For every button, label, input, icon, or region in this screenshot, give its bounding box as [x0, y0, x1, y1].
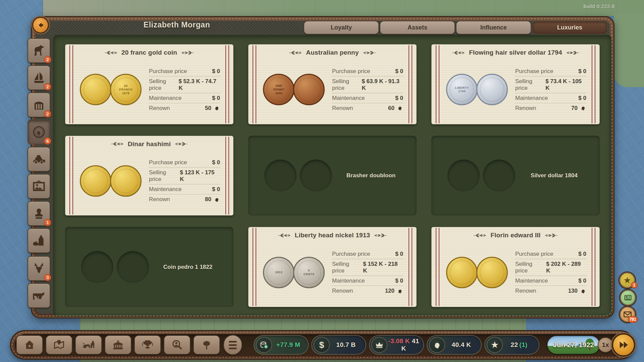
- leaf-ornament-icon: [277, 233, 291, 238]
- cigar-cabinet-icon: [32, 98, 46, 112]
- coin-card-20-franc[interactable]: 20 franc gold coin 20 FRANCS 1878 Purcha…: [65, 44, 233, 124]
- find-person-button[interactable]: [164, 335, 191, 355]
- empty-coin-slot: [117, 251, 149, 283]
- bank-house-icon: [23, 339, 36, 351]
- renown-pill[interactable]: 40.4 K: [427, 335, 482, 355]
- sidebar-item-paintings[interactable]: [28, 174, 50, 199]
- play-button[interactable]: [612, 333, 635, 357]
- tab-influence[interactable]: Influence: [456, 21, 531, 34]
- leaf-ornament-icon: [288, 50, 303, 55]
- renown-row: Renown50: [149, 103, 220, 113]
- empty-slot-brasher-doubloon[interactable]: Brasher doubloon: [248, 136, 417, 216]
- head-profile-icon: [429, 337, 445, 353]
- empty-coin-slot: [264, 160, 297, 192]
- leaf-ornament-icon: [566, 50, 580, 55]
- empty-slot-coin-pedro[interactable]: Coin pedro 1 1822: [65, 227, 233, 307]
- renown-row: Renown70: [515, 103, 586, 113]
- renown-row: Renown60: [332, 103, 403, 113]
- bust-icon: [32, 206, 46, 221]
- speed-button[interactable]: 1x: [598, 337, 613, 353]
- fast-forward-icon: [618, 339, 629, 351]
- sidebar-item-firearms[interactable]: [28, 283, 50, 308]
- coins-plus-icon: [256, 337, 272, 353]
- sidebar-badge: 2: [44, 83, 51, 90]
- coin-card-flowing-hair-dollar[interactable]: Flowing hair silver dollar 1794 LIBERTY …: [431, 44, 600, 124]
- selling-price-row: Selling price$ 123 K - 175 K: [149, 168, 220, 184]
- renown-head-icon: [397, 288, 403, 294]
- trophy-icon: [141, 339, 154, 351]
- coin-reverse: V CENTS: [293, 257, 325, 288]
- sidebar-badge: 3: [44, 274, 51, 281]
- money-flow-pill[interactable]: +77.9 M: [254, 335, 309, 355]
- influence-pill[interactable]: -3.08 K41 K: [369, 335, 424, 355]
- leaf-ornament-icon: [180, 50, 195, 55]
- map-button[interactable]: [46, 335, 72, 355]
- dollar-icon: $: [314, 337, 330, 353]
- slot-name: Silver dollar 1804: [515, 172, 593, 179]
- sidebar-item-liquor[interactable]: [28, 228, 50, 253]
- stars-pill[interactable]: ★ 22(1): [484, 335, 539, 355]
- painting-icon: [32, 179, 46, 194]
- bull-bear-icon: [82, 338, 95, 352]
- selling-price-row: Selling price$ 152 K - 218 K: [332, 259, 403, 276]
- map-land-east: [614, 13, 644, 87]
- tab-assets[interactable]: Assets: [380, 21, 455, 34]
- coin-card-liberty-head-nickel[interactable]: Liberty head nickel 1913 1913 V CENTS Pu…: [248, 227, 417, 307]
- slot-name: Brasher doubloon: [332, 172, 410, 179]
- renown-head-icon: [214, 105, 220, 111]
- date-text: Jun 27, 1922: [547, 336, 600, 354]
- sidebar-item-coins[interactable]: 6: [28, 120, 50, 144]
- sidebar-item-boats[interactable]: 2: [28, 65, 50, 90]
- tab-luxuries[interactable]: Luxuries: [532, 21, 607, 34]
- coin-obverse: [80, 165, 111, 197]
- empty-coin-slot: [300, 160, 332, 192]
- stock-market-button[interactable]: [75, 335, 102, 355]
- cash-pill[interactable]: $ 10.7 B: [311, 335, 366, 355]
- sidebar-item-cigar-cabinet[interactable]: 2: [28, 93, 50, 117]
- coin-card-florin-edward[interactable]: Florin edward III Purchase price$ 0 Sell…: [431, 227, 600, 307]
- landmarks-button[interactable]: [193, 335, 220, 355]
- maintenance-row: Maintenance$ 0: [149, 184, 220, 194]
- maintenance-row: Maintenance$ 0: [515, 93, 586, 103]
- character-window: Elizabeth Morgan Loyalty Assets Influenc…: [31, 16, 614, 318]
- leaf-ornament-icon: [473, 233, 487, 238]
- sidebar-item-hunting-trophies[interactable]: 3: [28, 256, 50, 281]
- goals-button[interactable]: ★ 1: [619, 272, 635, 288]
- empty-coin-slot: [81, 251, 113, 283]
- card-title: Flowing hair silver dollar 1794: [469, 49, 562, 56]
- star-icon: ★: [623, 275, 631, 286]
- achievements-button[interactable]: [134, 335, 161, 355]
- person-search-icon: [171, 339, 183, 351]
- leaf-ornament-icon: [373, 233, 387, 238]
- tab-bar: Loyalty Assets Influence Luxuries: [304, 21, 607, 34]
- sidebar-item-cars[interactable]: [28, 147, 50, 172]
- tab-loyalty[interactable]: Loyalty: [304, 21, 379, 34]
- coin-card-dinar-hashimi[interactable]: Dinar hashimi Purchase price$ 0 Selling …: [65, 136, 233, 216]
- coin-images: 1913 V CENTS: [260, 257, 327, 288]
- mail-button[interactable]: 781: [620, 306, 636, 322]
- card-title: Dinar hashimi: [128, 140, 171, 148]
- menu-button[interactable]: [223, 335, 242, 355]
- leaf-ornament-icon: [544, 233, 558, 238]
- purchase-price-row: Purchase price$ 0: [149, 66, 220, 76]
- sidebar-badge: 2: [44, 110, 51, 118]
- back-button[interactable]: [32, 17, 49, 34]
- government-button[interactable]: [105, 335, 131, 355]
- coin-images: [77, 165, 144, 197]
- newspaper-button[interactable]: [620, 290, 636, 306]
- card-title: 20 franc gold coin: [121, 49, 177, 56]
- coin-obverse: ONE PENNY 1930: [263, 74, 294, 105]
- revolver-icon: [32, 288, 46, 303]
- sidebar-item-horses[interactable]: 2: [28, 38, 50, 63]
- leaf-ornament-icon: [104, 50, 118, 55]
- leaf-ornament-icon: [362, 50, 376, 55]
- coin-card-australian-penny[interactable]: Australian penny ONE PENNY 1930 Purchase…: [248, 44, 417, 124]
- empty-coin-slot: [447, 160, 480, 192]
- coin-reverse: 20 FRANCS 1878: [110, 74, 142, 105]
- home-city-button[interactable]: [16, 335, 43, 355]
- empty-slot-silver-dollar-1804[interactable]: Silver dollar 1804: [431, 136, 600, 216]
- sidebar-item-sculptures[interactable]: 1: [28, 201, 50, 226]
- sidebar-badge: 2: [44, 56, 51, 63]
- luxuries-grid: 20 franc gold coin 20 FRANCS 1878 Purcha…: [53, 35, 612, 316]
- coin-reverse: [293, 74, 325, 105]
